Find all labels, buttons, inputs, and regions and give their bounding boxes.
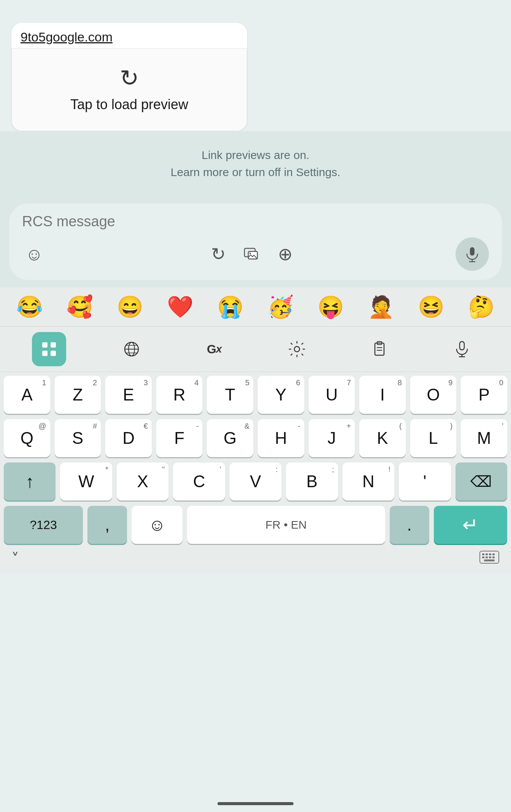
message-input-box: ☺ ↻ ⊕	[9, 203, 502, 280]
key-H[interactable]: H-	[258, 419, 304, 457]
key-F[interactable]: F-	[156, 419, 203, 457]
emoji-strip: 😂 🥰 😄 ❤️ 😭 🥳 😝 🤦 😆 🤔	[0, 288, 511, 327]
svg-rect-8	[42, 351, 48, 356]
emoji-laughing[interactable]: 😂	[16, 294, 43, 319]
kb-toolbar: Gx	[0, 327, 511, 372]
keyboard-row-bottom: ?123 , ☺ FR • EN . ↵	[4, 506, 507, 544]
enter-key[interactable]: ↵	[434, 506, 507, 544]
svg-rect-20	[460, 342, 464, 350]
svg-rect-29	[486, 556, 488, 558]
message-input-field[interactable]	[18, 211, 493, 232]
icons-right: ↻ ⊕	[205, 240, 299, 268]
keyboard-area: 😂 🥰 😄 ❤️ 😭 🥳 😝 🤦 😆 🤔	[0, 288, 511, 573]
delete-key[interactable]: ⌫	[455, 462, 507, 501]
message-input-area: ☺ ↻ ⊕	[0, 196, 511, 288]
link-info-text: Link previews are on. Learn more or turn…	[0, 131, 511, 196]
key-B[interactable]: B;	[286, 462, 338, 501]
globe-button[interactable]	[114, 332, 149, 366]
emoji-party[interactable]: 🥳	[267, 294, 294, 319]
shift-key[interactable]: ↑	[4, 462, 56, 501]
key-C[interactable]: C'	[173, 462, 225, 501]
key-G[interactable]: G&	[207, 419, 253, 457]
grid-button[interactable]	[32, 332, 66, 366]
key-V[interactable]: V:	[230, 462, 281, 501]
keyboard-row-1: A1 Z2 E3 R4 T5 Y6 U7 I8 O9 P0	[4, 376, 507, 414]
link-preview-body[interactable]: ↻ Tap to load preview	[11, 48, 247, 131]
key-T[interactable]: T5	[207, 376, 253, 414]
svg-rect-9	[51, 351, 56, 356]
key-J[interactable]: J+	[309, 419, 355, 457]
key-Q[interactable]: Q@	[4, 419, 50, 457]
svg-rect-24	[482, 553, 484, 555]
message-input-icons: ☺ ↻ ⊕	[18, 236, 493, 272]
key-N[interactable]: N!	[343, 462, 394, 501]
emoji-heart[interactable]: ❤️	[167, 294, 194, 319]
keyboard-icon	[479, 550, 500, 567]
link-info-line1: Link previews are on.	[202, 149, 309, 161]
key-M[interactable]: M'	[461, 419, 507, 457]
keyboard-row-2: Q@ S# D€ F- G& H- J+ K( L) M'	[4, 419, 507, 457]
key-W[interactable]: W*	[60, 462, 112, 501]
key-X[interactable]: X"	[117, 462, 168, 501]
key-L[interactable]: L)	[410, 419, 457, 457]
keyboard-rows: A1 Z2 E3 R4 T5 Y6 U7 I8 O9 P0 Q@ S# D€ F…	[0, 372, 511, 544]
comma-key[interactable]: ,	[87, 506, 127, 544]
space-key[interactable]: FR • EN	[187, 506, 385, 544]
link-info-line2: Learn more or turn off in Settings.	[171, 166, 340, 178]
translate-button[interactable]: Gx	[197, 332, 231, 366]
svg-rect-26	[489, 553, 491, 555]
key-Z[interactable]: Z2	[55, 376, 101, 414]
dot-key[interactable]: .	[390, 506, 429, 544]
key-S[interactable]: S#	[55, 419, 101, 457]
svg-point-15	[294, 346, 300, 352]
keyboard-row-3: ↑ W* X" C' V: B; N! ' ⌫	[4, 462, 507, 501]
tap-to-load-text: Tap to load preview	[70, 97, 188, 113]
svg-rect-6	[42, 342, 48, 348]
key-U[interactable]: U7	[309, 376, 355, 414]
key-O[interactable]: O9	[410, 376, 457, 414]
emoji-crying[interactable]: 😭	[217, 294, 244, 319]
svg-rect-7	[51, 342, 56, 348]
media-button[interactable]	[238, 240, 265, 268]
key-Y[interactable]: Y6	[258, 376, 304, 414]
suggest-button[interactable]: ↻	[205, 240, 232, 268]
key-E[interactable]: E3	[105, 376, 152, 414]
clipboard-button[interactable]	[362, 332, 397, 366]
message-area: 9to5google.com ↻ Tap to load preview	[0, 0, 511, 131]
num-key[interactable]: ?123	[4, 506, 83, 544]
add-button[interactable]: ⊕	[271, 240, 299, 268]
link-preview-card[interactable]: 9to5google.com ↻ Tap to load preview	[11, 23, 247, 131]
emoji-laughing2[interactable]: 😆	[418, 294, 444, 319]
key-R[interactable]: R4	[156, 376, 203, 414]
mic-button[interactable]	[445, 332, 479, 366]
bottom-bar: ˅	[0, 544, 511, 573]
key-A[interactable]: A1	[4, 376, 50, 414]
emoji-tongue[interactable]: 😝	[317, 294, 344, 319]
home-indicator	[217, 802, 294, 805]
key-I[interactable]: I8	[359, 376, 406, 414]
key-D[interactable]: D€	[105, 419, 152, 457]
emoji-thinking[interactable]: 🤔	[468, 294, 495, 319]
key-apostrophe[interactable]: '	[399, 462, 451, 501]
svg-rect-30	[489, 556, 491, 558]
svg-rect-32	[484, 559, 495, 561]
svg-rect-27	[492, 553, 495, 555]
emoji-facepalm[interactable]: 🤦	[368, 294, 394, 319]
svg-rect-25	[486, 553, 488, 555]
svg-point-2	[249, 253, 251, 254]
emoji-key-bottom[interactable]: ☺	[132, 506, 182, 544]
key-P[interactable]: P0	[461, 376, 507, 414]
chevron-down-icon[interactable]: ˅	[11, 550, 19, 567]
svg-rect-31	[492, 556, 495, 558]
key-K[interactable]: K(	[359, 419, 406, 457]
link-preview-url: 9to5google.com	[11, 23, 247, 48]
reload-icon: ↻	[120, 67, 139, 90]
voice-button[interactable]	[455, 237, 489, 271]
svg-rect-28	[482, 556, 484, 558]
emoji-kissing[interactable]: 🥰	[67, 294, 93, 319]
svg-rect-3	[470, 247, 474, 256]
emoji-grinning[interactable]: 😄	[117, 294, 143, 319]
emoji-button[interactable]: ☺	[21, 240, 48, 268]
settings-button[interactable]	[280, 332, 314, 366]
